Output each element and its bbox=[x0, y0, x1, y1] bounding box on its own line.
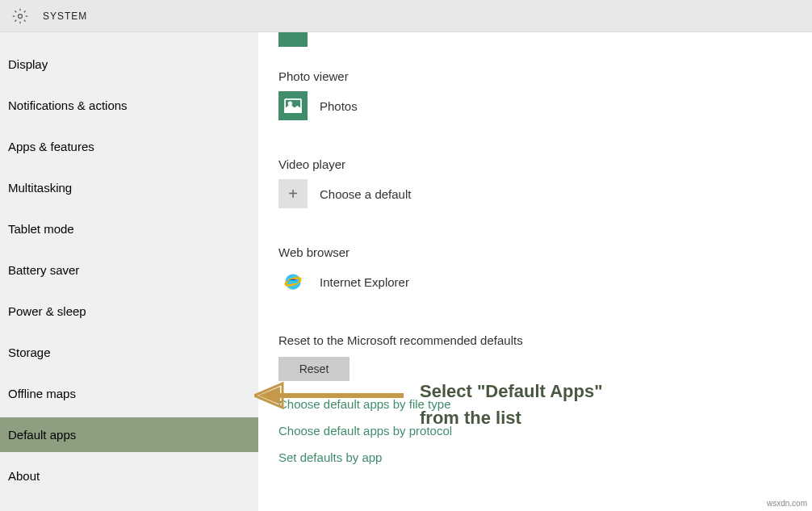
annotation-line2: from the list bbox=[420, 404, 603, 431]
app-row-browser[interactable]: Internet Explorer bbox=[278, 267, 792, 296]
annotation-text: Select "Default Apps" from the list bbox=[420, 378, 603, 431]
gear-icon bbox=[12, 8, 28, 24]
svg-rect-5 bbox=[288, 280, 298, 283]
reset-button[interactable]: Reset bbox=[278, 357, 349, 381]
annotation-line1: Select "Default Apps" bbox=[420, 378, 603, 404]
sidebar-item-about[interactable]: About bbox=[0, 459, 258, 493]
app-name-ie: Internet Explorer bbox=[320, 275, 409, 289]
sidebar-item-power-sleep[interactable]: Power & sleep bbox=[0, 294, 258, 329]
app-name-choose-default: Choose a default bbox=[320, 187, 411, 201]
sidebar-item-offline-maps[interactable]: Offline maps bbox=[0, 376, 258, 411]
sidebar-item-multitasking[interactable]: Multitasking bbox=[0, 170, 258, 205]
svg-point-0 bbox=[19, 14, 23, 18]
photos-icon bbox=[278, 91, 308, 120]
app-row-video[interactable]: + Choose a default bbox=[278, 179, 792, 208]
sidebar-item-tablet-mode[interactable]: Tablet mode bbox=[0, 212, 258, 246]
sidebar-item-storage[interactable]: Storage bbox=[0, 335, 258, 370]
sidebar-item-apps-features[interactable]: Apps & features bbox=[0, 129, 258, 164]
header: SYSTEM bbox=[0, 0, 812, 32]
app-name-photos: Photos bbox=[320, 99, 358, 113]
sidebar-item-notifications[interactable]: Notifications & actions bbox=[0, 88, 258, 123]
sidebar-item-display[interactable]: Display bbox=[0, 47, 258, 82]
reset-label: Reset to the Microsoft recommended defau… bbox=[278, 333, 792, 347]
partial-app-icon bbox=[278, 32, 308, 47]
section-photo-viewer: Photo viewer bbox=[278, 69, 792, 83]
link-by-app[interactable]: Set defaults by app bbox=[278, 450, 792, 464]
sidebar-item-default-apps[interactable]: Default apps bbox=[0, 417, 258, 452]
plus-icon: + bbox=[278, 179, 308, 208]
page-title: SYSTEM bbox=[43, 10, 87, 22]
ie-icon bbox=[278, 267, 308, 296]
watermark: wsxdn.com bbox=[767, 499, 807, 508]
app-row-photos[interactable]: Photos bbox=[278, 91, 792, 120]
content-pane: Photo viewer Photos Video player + Choos… bbox=[258, 32, 812, 511]
section-video-player: Video player bbox=[278, 157, 792, 171]
sidebar-item-battery-saver[interactable]: Battery saver bbox=[0, 253, 258, 287]
sidebar: Display Notifications & actions Apps & f… bbox=[0, 32, 258, 511]
section-web-browser: Web browser bbox=[278, 245, 792, 259]
